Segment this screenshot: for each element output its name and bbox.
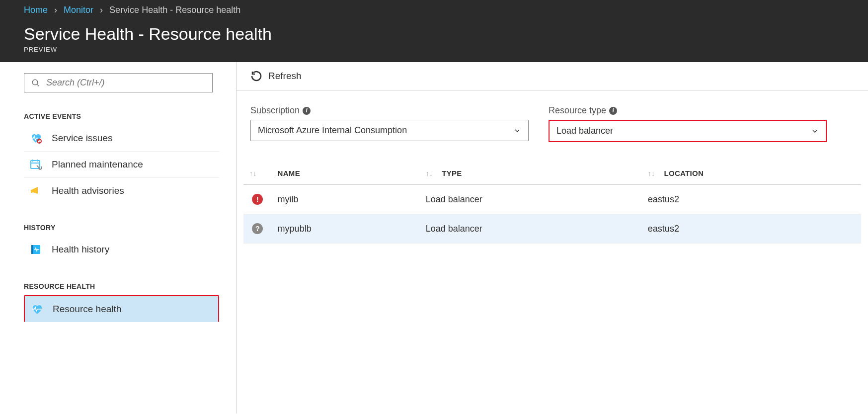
breadcrumb-separator: › (54, 5, 57, 15)
cell-location: eastus2 (642, 185, 861, 214)
cell-type: Load balancer (420, 185, 642, 214)
refresh-button[interactable]: Refresh (250, 70, 302, 82)
subscription-label-text: Subscription (250, 105, 300, 116)
sidebar-item-health-history[interactable]: Health history (24, 237, 219, 262)
sidebar: ACTIVE EVENTS Service issues Planned mai… (0, 62, 237, 414)
subscription-filter: Subscription i Microsoft Azure Internal … (250, 105, 529, 142)
svg-rect-9 (31, 190, 32, 193)
resource-type-dropdown[interactable]: Load balancer (549, 120, 827, 142)
cell-name: mypublb (272, 214, 420, 244)
sidebar-item-health-advisories[interactable]: Health advisories (24, 178, 219, 204)
search-icon (31, 79, 40, 87)
info-icon[interactable]: i (609, 107, 617, 115)
breadcrumb-current: Service Health - Resource health (109, 5, 240, 15)
section-resource-health: RESOURCE HEALTH (24, 282, 219, 290)
search-box[interactable] (24, 73, 213, 92)
heartbeat-icon (29, 303, 45, 315)
main-content: Refresh Subscription i Microsoft Azure I… (237, 62, 868, 414)
svg-line-1 (37, 84, 39, 86)
resource-type-label: Resource type i (549, 105, 827, 116)
sidebar-item-label: Resource health (53, 304, 121, 315)
cell-type: Load balancer (420, 214, 642, 244)
sidebar-item-resource-health[interactable]: Resource health (24, 295, 219, 322)
refresh-label: Refresh (268, 71, 302, 82)
section-history: HISTORY (24, 224, 219, 232)
resource-type-label-text: Resource type (549, 105, 606, 116)
col-status[interactable]: ↑↓ (243, 162, 272, 185)
page-title: Service Health - Resource health (0, 18, 868, 44)
book-heartbeat-icon (28, 244, 44, 255)
cell-name: myilb (272, 185, 420, 214)
col-name[interactable]: NAME (272, 162, 420, 185)
sidebar-item-service-issues[interactable]: Service issues (24, 125, 219, 152)
sort-icon: ↑↓ (249, 169, 257, 177)
resource-type-value: Load balancer (556, 126, 613, 136)
calendar-wrench-icon (28, 159, 44, 170)
info-icon[interactable]: i (303, 107, 311, 115)
resource-table-wrap: ↑↓ NAME ↑↓TYPE ↑↓LOCATION ! myilb Load b… (237, 147, 868, 244)
breadcrumb: Home › Monitor › Service Health - Resour… (0, 0, 868, 18)
breadcrumb-home[interactable]: Home (24, 5, 48, 15)
chevron-down-icon (513, 127, 521, 135)
resource-table: ↑↓ NAME ↑↓TYPE ↑↓LOCATION ! myilb Load b… (243, 162, 861, 244)
col-name-label: NAME (278, 169, 300, 177)
toolbar: Refresh (237, 62, 868, 90)
page-subtitle: PREVIEW (0, 44, 868, 53)
subscription-dropdown[interactable]: Microsoft Azure Internal Consumption (250, 120, 529, 141)
breadcrumb-monitor[interactable]: Monitor (64, 5, 93, 15)
cell-location: eastus2 (642, 214, 861, 244)
col-location[interactable]: ↑↓LOCATION (642, 162, 861, 185)
megaphone-icon (28, 185, 44, 197)
status-unknown-icon: ? (252, 223, 263, 234)
table-row[interactable]: ! myilb Load balancer eastus2 (243, 185, 861, 214)
col-location-label: LOCATION (664, 169, 704, 177)
sort-icon: ↑↓ (426, 169, 433, 177)
resource-type-filter: Resource type i Load balancer (549, 105, 827, 142)
section-active-events: ACTIVE EVENTS (24, 112, 219, 120)
sidebar-item-planned-maintenance[interactable]: Planned maintenance (24, 152, 219, 178)
sidebar-item-label: Health history (52, 244, 109, 255)
svg-point-0 (32, 80, 38, 85)
chevron-down-icon (811, 127, 819, 135)
breadcrumb-separator: › (100, 5, 103, 15)
sidebar-item-label: Planned maintenance (52, 159, 143, 170)
top-header: Home › Monitor › Service Health - Resour… (0, 0, 868, 62)
search-input[interactable] (46, 78, 205, 88)
col-type[interactable]: ↑↓TYPE (420, 162, 642, 185)
refresh-icon (250, 70, 263, 82)
col-type-label: TYPE (442, 169, 462, 177)
sort-icon: ↑↓ (648, 169, 655, 177)
subscription-value: Microsoft Azure Internal Consumption (258, 125, 407, 136)
sidebar-item-label: Health advisories (52, 185, 124, 196)
status-error-icon: ! (252, 194, 263, 205)
svg-rect-11 (31, 245, 33, 254)
table-row[interactable]: ? mypublb Load balancer eastus2 (243, 214, 861, 244)
heartbeat-error-icon (28, 132, 44, 144)
subscription-label: Subscription i (250, 105, 529, 116)
filter-bar: Subscription i Microsoft Azure Internal … (237, 90, 868, 147)
sidebar-item-label: Service issues (52, 133, 113, 144)
